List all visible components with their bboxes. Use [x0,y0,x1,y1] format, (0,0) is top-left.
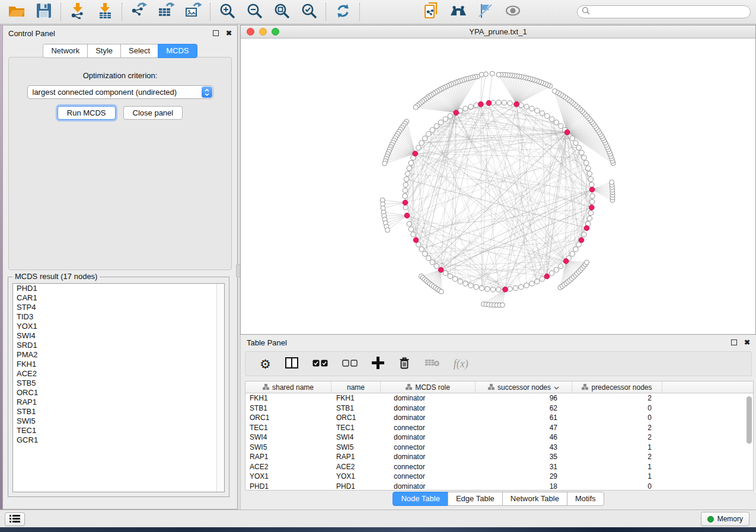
ring-node[interactable] [508,101,512,105]
ring-node[interactable] [430,127,435,132]
ring-node[interactable] [570,136,575,140]
leaf-node[interactable] [552,89,557,94]
ring-node[interactable] [485,287,490,291]
zoom-out-button[interactable] [245,3,263,21]
ring-node[interactable] [443,271,448,275]
mcds-result-item[interactable]: TID3 [13,312,224,322]
ring-node[interactable] [404,177,409,181]
leaf-node[interactable] [610,180,614,185]
mcds-result-item[interactable]: STP4 [13,303,224,312]
ring-node[interactable] [419,247,424,252]
leaf-node[interactable] [479,72,484,77]
ring-node[interactable] [582,232,586,237]
mcds-result-item[interactable]: TEC1 [13,426,224,435]
ring-node[interactable] [468,104,473,109]
mcds-hub-node[interactable] [503,287,508,292]
leaf-node[interactable] [382,161,387,166]
deselect-all-button[interactable] [342,355,358,373]
mcds-result-item[interactable]: CAR1 [13,293,224,303]
ring-node[interactable] [529,281,534,286]
eye-button[interactable] [504,3,522,21]
table-settings-button[interactable]: ⚙ [260,355,271,373]
ring-node[interactable] [589,182,594,187]
ring-node[interactable] [586,166,591,171]
mcds-hub-node[interactable] [564,130,570,135]
ring-node[interactable] [496,287,501,292]
tab-network-table[interactable]: Network Table [502,492,567,506]
ring-node[interactable] [519,284,524,289]
ring-node[interactable] [403,188,407,193]
mcds-result-item[interactable]: STB1 [13,407,224,416]
column-header-mcds-role[interactable]: MCDS role [381,382,476,393]
leaf-node[interactable] [385,227,390,232]
ring-node[interactable] [590,194,595,198]
import-table-button[interactable] [96,3,114,21]
close-panel-button[interactable]: Close panel [123,106,183,120]
ring-node[interactable] [554,120,559,124]
panel-toggle-button[interactable] [5,512,25,526]
float-panel-icon[interactable] [213,30,219,36]
ring-node[interactable] [490,287,495,292]
tab-motifs[interactable]: Motifs [567,492,604,506]
ring-node[interactable] [573,247,578,252]
mcds-result-item[interactable]: GCR1 [13,435,224,445]
ring-node[interactable] [479,286,484,290]
mcds-hub-node[interactable] [403,200,408,206]
mcds-hub-node[interactable] [589,187,595,193]
ring-node[interactable] [407,222,412,226]
ring-node[interactable] [573,140,578,145]
column-header-successor-nodes[interactable]: successor nodes [476,382,572,393]
mcds-hub-node[interactable] [438,267,444,273]
leaf-node[interactable] [413,105,418,110]
mcds-hub-node[interactable] [579,238,584,243]
ring-node[interactable] [430,260,435,265]
mcds-result-item[interactable]: SWI5 [13,416,224,426]
ring-node[interactable] [559,264,563,268]
leaf-node[interactable] [490,71,495,76]
ring-node[interactable] [587,171,592,176]
ring-node[interactable] [588,177,593,181]
run-mcds-button[interactable]: Run MCDS [58,106,116,120]
mcds-result-item[interactable]: ACE2 [13,369,224,379]
leaf-node[interactable] [496,72,501,77]
mcds-hub-node[interactable] [589,205,595,210]
mcds-hub-node[interactable] [544,274,550,279]
table-row-ace2[interactable]: ACE2ACE2connector311 [245,462,753,472]
window-maximize-icon[interactable] [272,28,279,36]
column-header-name[interactable]: name [331,382,381,393]
search-box[interactable] [577,5,751,18]
ring-node[interactable] [434,264,439,268]
ring-node[interactable] [576,242,581,247]
ring-node[interactable] [405,171,410,176]
list-scrollbar[interactable] [216,284,224,492]
ring-node[interactable] [434,124,439,129]
mcds-result-item[interactable]: PHD1 [13,284,224,293]
ring-node[interactable] [508,287,512,291]
mcds-result-item[interactable]: SRD1 [13,341,224,350]
ring-node[interactable] [452,277,457,281]
mcds-result-list[interactable]: PHD1CAR1STP4TID3YOX1SWI4SRD1PMA2FKH1ACE2… [12,283,225,492]
add-column-button[interactable] [372,355,384,373]
save-session-button[interactable] [35,3,53,21]
ring-node[interactable] [409,161,413,165]
network-canvas[interactable] [241,39,755,334]
mcds-result-item[interactable]: RAP1 [13,398,224,407]
clone-network-button[interactable] [422,3,440,21]
ring-node[interactable] [529,106,534,111]
mcds-result-item[interactable]: PMA2 [13,350,224,360]
ring-node[interactable] [576,145,581,150]
ring-node[interactable] [550,271,554,275]
ring-node[interactable] [463,106,468,111]
ring-node[interactable] [519,102,524,107]
window-close-icon[interactable] [247,28,254,36]
mcds-result-item[interactable]: STB5 [13,379,224,388]
ring-node[interactable] [458,279,462,284]
ring-node[interactable] [535,279,540,284]
ring-node[interactable] [448,114,452,118]
ring-node[interactable] [588,210,593,215]
ring-node[interactable] [550,117,554,121]
ring-node[interactable] [463,281,468,286]
mcds-hub-node[interactable] [479,102,484,107]
table-row-orc1[interactable]: ORC1ORC1dominator610 [245,413,753,423]
ring-node[interactable] [545,114,550,118]
